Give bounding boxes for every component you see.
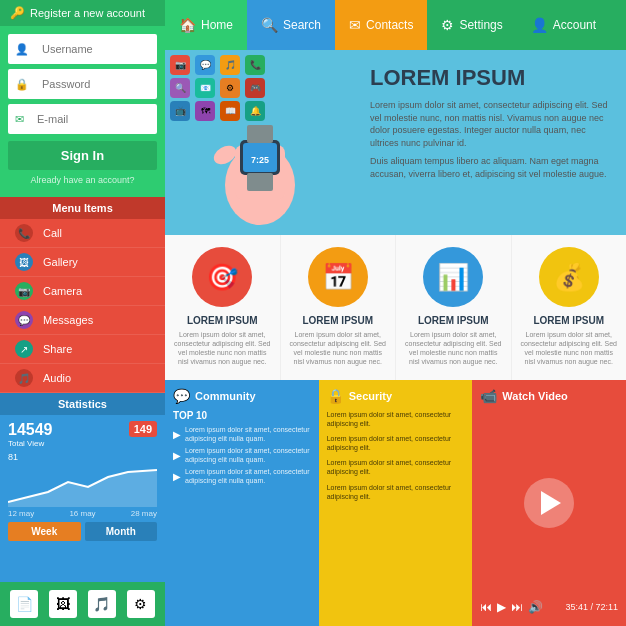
home-icon: 🏠 [179,17,196,33]
feature-4: 💰 LOREM IPSUM Lorem ipsum dolor sit amet… [512,235,627,380]
nav-account[interactable]: 👤 Account [517,0,610,50]
nav-search[interactable]: 🔍 Search [247,0,335,50]
play-ctrl-icon[interactable]: ▶ [497,600,506,614]
community-text-2: Lorem ipsum dolor sit amet, consectetur … [185,446,311,464]
menu-call-label: Call [43,227,62,239]
email-input[interactable] [29,108,150,130]
gallery-bottom-icon[interactable]: 🖼 [49,590,77,618]
stats-total-num: 14549 [8,421,53,439]
arrow-3: ▶ [173,471,181,482]
month-button[interactable]: Month [85,522,158,541]
top-nav: 🏠 Home 🔍 Search ✉ Contacts ⚙ Settings 👤 … [165,0,626,50]
nav-home-label: Home [201,18,233,32]
video-header: 📹 Watch Video [480,388,618,404]
app-icon-11: 📖 [220,101,240,121]
feature-3-icon: 📊 [423,247,483,307]
bottom-row: 💬 Community TOP 10 ▶ Lorem ipsum dolor s… [165,380,626,626]
username-input[interactable] [34,38,150,60]
account-icon: 👤 [531,17,548,33]
feature-3: 📊 LOREM IPSUM Lorem ipsum dolor sit amet… [396,235,512,380]
signin-button[interactable]: Sign In [8,141,157,170]
audio-icon: 🎵 [15,369,33,387]
play-triangle [541,491,561,515]
community-text-1: Lorem ipsum dolor sit amet, consectetur … [185,425,311,443]
community-item-1: ▶ Lorem ipsum dolor sit amet, consectetu… [173,425,311,443]
password-input[interactable] [34,73,150,95]
menu-messages-label: Messages [43,314,93,326]
settings-bottom-icon[interactable]: ⚙ [127,590,155,618]
app-icon-2: 💬 [195,55,215,75]
feature-1: 🎯 LOREM IPSUM Lorem ipsum dolor sit amet… [165,235,281,380]
menu-share-label: Share [43,343,72,355]
call-icon: 📞 [15,224,33,242]
share-icon: ↗ [15,340,33,358]
username-row: 👤 [8,34,157,64]
menu-item-audio[interactable]: 🎵 Audio [0,364,165,393]
email-icon: ✉ [15,113,24,126]
community-section: 💬 Community TOP 10 ▶ Lorem ipsum dolor s… [165,380,319,626]
app-icon-7: ⚙ [220,78,240,98]
menu-camera-label: Camera [43,285,82,297]
app-icon-8: 🎮 [245,78,265,98]
password-row: 🔒 [8,69,157,99]
signin-sub: Already have an account? [8,175,157,189]
login-form: 👤 🔒 ✉ Sign In Already have an account? [0,26,165,197]
rewind-icon[interactable]: ⏮ [480,600,492,614]
play-button[interactable] [524,478,574,528]
app-icon-3: 🎵 [220,55,240,75]
feature-2: 📅 LOREM IPSUM Lorem ipsum dolor sit amet… [281,235,397,380]
nav-contacts-label: Contacts [366,18,413,32]
feature-1-title: LOREM IPSUM [187,315,258,326]
hero-illustration: 7:25 📷 💬 🎵 📞 🔍 📧 ⚙ 🎮 [165,50,355,235]
security-items: Lorem ipsum dolor sit amet, consectetur … [327,410,465,504]
volume-icon[interactable]: 🔊 [528,600,543,614]
nav-contacts[interactable]: ✉ Contacts [335,0,427,50]
feature-2-text: Lorem ipsum dolor sit amet, consectetur … [289,330,388,366]
menu-list: 📞 Call 🖼 Gallery 📷 Camera 💬 Messages ↗ [0,219,165,393]
arrow-2: ▶ [173,450,181,461]
feature-1-text: Lorem ipsum dolor sit amet, consectetur … [173,330,272,366]
week-button[interactable]: Week [8,522,81,541]
svg-text:7:25: 7:25 [251,155,269,165]
nav-settings[interactable]: ⚙ Settings [427,0,516,50]
app-icon-6: 📧 [195,78,215,98]
video-section: 📹 Watch Video ⏮ ▶ ⏭ 🔊 35:41 / 72:11 [472,380,626,626]
stats-total-label: Total View [8,439,53,448]
video-icon: 📹 [480,388,497,404]
menu-items-section: Menu Items 📞 Call 🖼 Gallery 📷 Camera 💬 M… [0,197,165,393]
lock-icon: 🔒 [15,78,29,91]
menu-item-share[interactable]: ↗ Share [0,335,165,364]
lock-security-icon: 🔒 [327,388,344,404]
menu-item-camera[interactable]: 📷 Camera [0,277,165,306]
menu-items-title: Menu Items [0,197,165,219]
community-icon: 💬 [173,388,190,404]
stats-small-num: 81 [8,452,157,462]
security-item-2: Lorem ipsum dolor sit amet, consectetur … [327,434,465,452]
camera-icon: 📷 [15,282,33,300]
app-icon-10: 🗺 [195,101,215,121]
community-title: Community [195,390,256,402]
hero-text-area: LOREM IPSUM Lorem ipsum dolor sit amet, … [355,50,626,235]
contacts-icon: ✉ [349,17,361,33]
forward-icon[interactable]: ⏭ [511,600,523,614]
community-top10: TOP 10 [173,410,311,421]
date-3: 28 may [131,509,157,518]
security-item-3: Lorem ipsum dolor sit amet, consectetur … [327,458,465,476]
stats-content: 14549 Total View 149 81 12 may 16 may 28… [0,415,165,547]
nav-home[interactable]: 🏠 Home [165,0,247,50]
menu-item-gallery[interactable]: 🖼 Gallery [0,248,165,277]
community-item-3: ▶ Lorem ipsum dolor sit amet, consectetu… [173,467,311,485]
sidebar-bottom-icons: 📄 🖼 🎵 ⚙ [0,582,165,626]
email-row: ✉ [8,104,157,134]
user-icon: 👤 [15,43,29,56]
menu-item-call[interactable]: 📞 Call [0,219,165,248]
nav-settings-label: Settings [459,18,502,32]
stats-buttons: Week Month [8,522,157,541]
feature-3-text: Lorem ipsum dolor sit amet, consectetur … [404,330,503,366]
stats-total: 14549 Total View [8,421,53,448]
line-chart [8,462,157,507]
menu-item-messages[interactable]: 💬 Messages [0,306,165,335]
music-icon[interactable]: 🎵 [88,590,116,618]
community-header: 💬 Community [173,388,311,404]
doc-icon[interactable]: 📄 [10,590,38,618]
